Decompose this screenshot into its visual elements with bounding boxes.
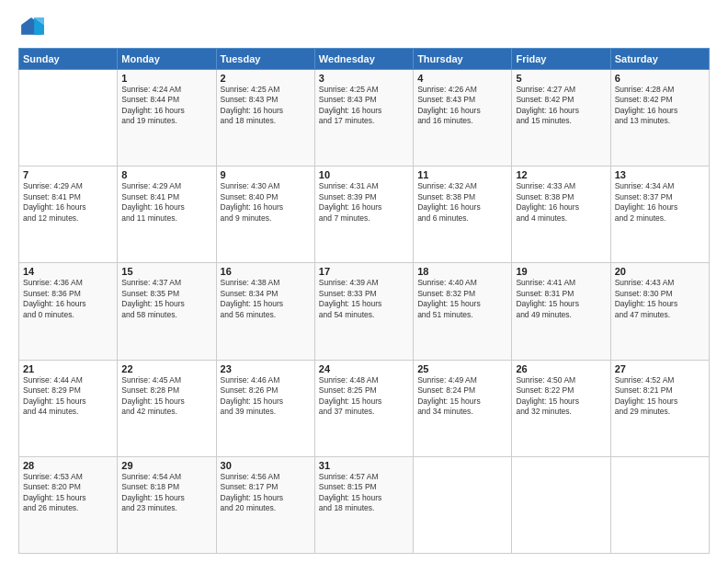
day-cell: 28Sunrise: 4:53 AMSunset: 8:20 PMDayligh… bbox=[19, 456, 118, 553]
day-cell: 16Sunrise: 4:38 AMSunset: 8:34 PMDayligh… bbox=[216, 263, 314, 360]
day-number: 29 bbox=[121, 460, 211, 471]
day-cell bbox=[414, 456, 512, 553]
day-cell: 29Sunrise: 4:54 AMSunset: 8:18 PMDayligh… bbox=[118, 456, 216, 553]
day-number: 15 bbox=[121, 266, 211, 277]
day-cell: 11Sunrise: 4:32 AMSunset: 8:38 PMDayligh… bbox=[414, 167, 512, 263]
day-cell: 4Sunrise: 4:26 AMSunset: 8:43 PMDaylight… bbox=[414, 70, 512, 167]
day-cell: 19Sunrise: 4:41 AMSunset: 8:31 PMDayligh… bbox=[512, 263, 610, 360]
day-info: Sunrise: 4:39 AMSunset: 8:33 PMDaylight:… bbox=[319, 278, 409, 320]
day-cell: 10Sunrise: 4:31 AMSunset: 8:39 PMDayligh… bbox=[314, 167, 413, 263]
day-number: 1 bbox=[121, 73, 211, 84]
day-info: Sunrise: 4:36 AMSunset: 8:36 PMDaylight:… bbox=[23, 278, 113, 320]
day-info: Sunrise: 4:32 AMSunset: 8:38 PMDaylight:… bbox=[417, 181, 507, 224]
day-number: 8 bbox=[121, 169, 211, 180]
week-row-5: 28Sunrise: 4:53 AMSunset: 8:20 PMDayligh… bbox=[19, 456, 710, 553]
day-number: 10 bbox=[319, 169, 409, 180]
day-cell: 23Sunrise: 4:46 AMSunset: 8:26 PMDayligh… bbox=[216, 360, 314, 456]
day-cell: 6Sunrise: 4:28 AMSunset: 8:42 PMDaylight… bbox=[610, 70, 709, 167]
day-number: 30 bbox=[221, 460, 311, 471]
day-cell: 1Sunrise: 4:24 AMSunset: 8:44 PMDaylight… bbox=[118, 70, 216, 167]
day-number: 26 bbox=[516, 363, 606, 374]
weekday-header-monday: Monday bbox=[118, 49, 216, 70]
day-number: 31 bbox=[319, 460, 409, 471]
day-cell: 25Sunrise: 4:49 AMSunset: 8:24 PMDayligh… bbox=[414, 360, 512, 456]
day-cell: 12Sunrise: 4:33 AMSunset: 8:38 PMDayligh… bbox=[512, 167, 610, 263]
day-info: Sunrise: 4:37 AMSunset: 8:35 PMDaylight:… bbox=[121, 278, 211, 320]
day-cell: 30Sunrise: 4:56 AMSunset: 8:17 PMDayligh… bbox=[216, 456, 314, 553]
day-info: Sunrise: 4:44 AMSunset: 8:29 PMDaylight:… bbox=[23, 375, 113, 418]
day-cell: 18Sunrise: 4:40 AMSunset: 8:32 PMDayligh… bbox=[414, 263, 512, 360]
day-info: Sunrise: 4:29 AMSunset: 8:41 PMDaylight:… bbox=[23, 181, 113, 224]
day-info: Sunrise: 4:45 AMSunset: 8:28 PMDaylight:… bbox=[121, 375, 211, 418]
weekday-header-thursday: Thursday bbox=[414, 49, 512, 70]
day-info: Sunrise: 4:28 AMSunset: 8:42 PMDaylight:… bbox=[615, 85, 705, 127]
day-info: Sunrise: 4:34 AMSunset: 8:37 PMDaylight:… bbox=[615, 181, 705, 224]
weekday-header-tuesday: Tuesday bbox=[216, 49, 314, 70]
day-info: Sunrise: 4:57 AMSunset: 8:15 PMDaylight:… bbox=[319, 472, 409, 514]
day-info: Sunrise: 4:54 AMSunset: 8:18 PMDaylight:… bbox=[121, 472, 211, 514]
day-number: 6 bbox=[615, 73, 705, 84]
weekday-header-sunday: Sunday bbox=[19, 49, 118, 70]
day-number: 7 bbox=[23, 169, 113, 180]
day-number: 23 bbox=[221, 363, 311, 374]
day-info: Sunrise: 4:48 AMSunset: 8:25 PMDaylight:… bbox=[319, 375, 409, 418]
weekday-header-saturday: Saturday bbox=[610, 49, 709, 70]
day-cell: 2Sunrise: 4:25 AMSunset: 8:43 PMDaylight… bbox=[216, 70, 314, 167]
day-info: Sunrise: 4:38 AMSunset: 8:34 PMDaylight:… bbox=[221, 278, 311, 320]
day-number: 19 bbox=[516, 266, 606, 277]
day-info: Sunrise: 4:33 AMSunset: 8:38 PMDaylight:… bbox=[516, 181, 606, 224]
day-cell: 13Sunrise: 4:34 AMSunset: 8:37 PMDayligh… bbox=[610, 167, 709, 263]
day-cell: 26Sunrise: 4:50 AMSunset: 8:22 PMDayligh… bbox=[512, 360, 610, 456]
day-cell: 24Sunrise: 4:48 AMSunset: 8:25 PMDayligh… bbox=[314, 360, 413, 456]
day-info: Sunrise: 4:56 AMSunset: 8:17 PMDaylight:… bbox=[221, 472, 311, 514]
day-info: Sunrise: 4:43 AMSunset: 8:30 PMDaylight:… bbox=[615, 278, 705, 320]
day-cell bbox=[512, 456, 610, 553]
day-info: Sunrise: 4:25 AMSunset: 8:43 PMDaylight:… bbox=[319, 85, 409, 127]
day-number: 3 bbox=[319, 73, 409, 84]
day-cell: 9Sunrise: 4:30 AMSunset: 8:40 PMDaylight… bbox=[216, 167, 314, 263]
day-cell: 5Sunrise: 4:27 AMSunset: 8:42 PMDaylight… bbox=[512, 70, 610, 167]
day-cell: 20Sunrise: 4:43 AMSunset: 8:30 PMDayligh… bbox=[610, 263, 709, 360]
day-cell: 27Sunrise: 4:52 AMSunset: 8:21 PMDayligh… bbox=[610, 360, 709, 456]
day-cell: 22Sunrise: 4:45 AMSunset: 8:28 PMDayligh… bbox=[118, 360, 216, 456]
day-info: Sunrise: 4:46 AMSunset: 8:26 PMDaylight:… bbox=[221, 375, 311, 418]
day-cell: 8Sunrise: 4:29 AMSunset: 8:41 PMDaylight… bbox=[118, 167, 216, 263]
week-row-4: 21Sunrise: 4:44 AMSunset: 8:29 PMDayligh… bbox=[19, 360, 710, 456]
day-number: 24 bbox=[319, 363, 409, 374]
day-cell bbox=[19, 70, 118, 167]
day-cell: 14Sunrise: 4:36 AMSunset: 8:36 PMDayligh… bbox=[19, 263, 118, 360]
day-info: Sunrise: 4:53 AMSunset: 8:20 PMDaylight:… bbox=[23, 472, 113, 514]
day-cell: 17Sunrise: 4:39 AMSunset: 8:33 PMDayligh… bbox=[314, 263, 413, 360]
day-number: 14 bbox=[23, 266, 113, 277]
calendar-table: SundayMondayTuesdayWednesdayThursdayFrid… bbox=[18, 48, 710, 554]
day-number: 4 bbox=[417, 73, 507, 84]
weekday-header-row: SundayMondayTuesdayWednesdayThursdayFrid… bbox=[19, 49, 710, 70]
day-number: 22 bbox=[121, 363, 211, 374]
day-info: Sunrise: 4:29 AMSunset: 8:41 PMDaylight:… bbox=[121, 181, 211, 224]
day-number: 27 bbox=[615, 363, 705, 374]
day-number: 21 bbox=[23, 363, 113, 374]
day-number: 28 bbox=[23, 460, 113, 471]
day-info: Sunrise: 4:27 AMSunset: 8:42 PMDaylight:… bbox=[516, 85, 606, 127]
day-number: 13 bbox=[615, 169, 705, 180]
day-number: 5 bbox=[516, 73, 606, 84]
day-number: 20 bbox=[615, 266, 705, 277]
day-info: Sunrise: 4:31 AMSunset: 8:39 PMDaylight:… bbox=[319, 181, 409, 224]
day-cell: 15Sunrise: 4:37 AMSunset: 8:35 PMDayligh… bbox=[118, 263, 216, 360]
day-info: Sunrise: 4:40 AMSunset: 8:32 PMDaylight:… bbox=[417, 278, 507, 320]
day-number: 2 bbox=[221, 73, 311, 84]
weekday-header-friday: Friday bbox=[512, 49, 610, 70]
day-number: 17 bbox=[319, 266, 409, 277]
calendar: SundayMondayTuesdayWednesdayThursdayFrid… bbox=[18, 48, 710, 554]
day-info: Sunrise: 4:49 AMSunset: 8:24 PMDaylight:… bbox=[417, 375, 507, 418]
logo bbox=[18, 15, 48, 40]
day-cell bbox=[610, 456, 709, 553]
page: SundayMondayTuesdayWednesdayThursdayFrid… bbox=[0, 0, 728, 563]
day-cell: 21Sunrise: 4:44 AMSunset: 8:29 PMDayligh… bbox=[19, 360, 118, 456]
day-info: Sunrise: 4:24 AMSunset: 8:44 PMDaylight:… bbox=[121, 85, 211, 127]
header bbox=[18, 15, 710, 40]
day-info: Sunrise: 4:50 AMSunset: 8:22 PMDaylight:… bbox=[516, 375, 606, 418]
week-row-1: 1Sunrise: 4:24 AMSunset: 8:44 PMDaylight… bbox=[19, 70, 710, 167]
day-number: 9 bbox=[221, 169, 311, 180]
day-cell: 7Sunrise: 4:29 AMSunset: 8:41 PMDaylight… bbox=[19, 167, 118, 263]
